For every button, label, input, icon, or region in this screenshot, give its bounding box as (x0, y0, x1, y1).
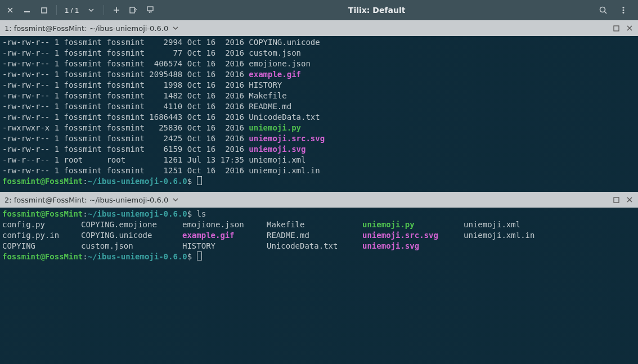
ls-long-row: -rw-rw-r-- 1 fossmint fossmint 1998 Oct … (2, 80, 636, 91)
svg-rect-2 (130, 7, 134, 13)
ls-entry (464, 241, 559, 251)
split-right-icon[interactable] (129, 6, 138, 15)
ls-long-row: -rw-rw-r-- 1 fossmint fossmint 2425 Oct … (2, 133, 636, 144)
minimize-icon[interactable] (23, 6, 32, 15)
ls-entry: config.py.in (2, 230, 81, 241)
titlebar: 1 / 1 Tilix: Default (0, 0, 638, 20)
maximize-pane-icon[interactable] (612, 196, 620, 204)
svg-rect-0 (24, 11, 30, 12)
chevron-down-icon[interactable] (87, 6, 96, 15)
chevron-down-icon[interactable] (172, 24, 179, 32)
titlebar-left: 1 / 1 (0, 5, 155, 15)
ls-entry: config.py (2, 219, 81, 230)
titlebar-right (599, 6, 638, 15)
close-pane-icon[interactable] (626, 196, 633, 204)
ls-columns: config.pyCOPYING.emojioneemojione.jsonMa… (2, 219, 636, 251)
close-icon[interactable] (6, 6, 15, 15)
ls-row: COPYINGcustom.jsonHISTORYUnicodeData.txt… (2, 241, 636, 251)
ls-long-row: -rw-rw-r-- 1 fossmint fossmint 1686443 O… (2, 112, 636, 123)
ls-row: config.pyCOPYING.emojioneemojione.jsonMa… (2, 219, 636, 230)
menu-icon[interactable] (619, 6, 628, 15)
cursor (197, 176, 202, 185)
svg-rect-8 (614, 26, 619, 31)
ls-entry: README.md (267, 230, 362, 241)
ls-long-row: -rw-rw-r-- 1 fossmint fossmint 2994 Oct … (2, 37, 636, 48)
pane-header-2: 2: fossmint@FossMint: ~/ibus-uniemoji-0.… (0, 192, 638, 208)
svg-rect-9 (614, 197, 619, 203)
ls-long-row: -rwxrwxr-x 1 fossmint fossmint 25836 Oct… (2, 123, 636, 133)
pane-header-1: 1: fossmint@FossMint: ~/ibus-uniemoji-0.… (0, 20, 638, 36)
ls-entry: uniemoji.src.svg (362, 230, 464, 241)
ls-entry: COPYING.emojione (81, 219, 182, 230)
prompt-line: fossmint@FossMint:~/ibus-uniemoji-0.6.0$ (2, 176, 636, 187)
ls-entry: HISTORY (182, 241, 267, 251)
close-pane-icon[interactable] (626, 24, 633, 32)
ls-entry: uniemoji.svg (362, 241, 464, 251)
pane-title-1: 1: fossmint@FossMint: ~/ibus-uniemoji-0.… (5, 24, 168, 33)
ls-entry: example.gif (182, 230, 267, 241)
ls-entry: COPYING.unicode (81, 230, 182, 241)
maximize-pane-icon[interactable] (612, 24, 620, 32)
svg-point-4 (600, 7, 605, 12)
ls-long-row: -rw-rw-r-- 1 fossmint fossmint 6159 Oct … (2, 144, 636, 155)
ls-long-row: -rw-rw-r-- 1 fossmint fossmint 2095488 O… (2, 69, 636, 80)
svg-point-6 (623, 10, 624, 11)
terminal-1[interactable]: -rw-rw-r-- 1 fossmint fossmint 2994 Oct … (0, 36, 638, 192)
ls-entry: uniemoji.xml.in (464, 230, 559, 241)
ls-long-row: -rw-rw-r-- 1 fossmint fossmint 77 Oct 16… (2, 48, 636, 59)
svg-rect-3 (147, 7, 153, 11)
ls-long-row: -rw-r--r-- 1 root root 1261 Jul 13 17:35… (2, 155, 636, 165)
split-down-icon[interactable] (146, 6, 155, 15)
ls-entry: custom.json (81, 241, 182, 251)
ls-long-row: -rw-rw-r-- 1 fossmint fossmint 1482 Oct … (2, 91, 636, 101)
ls-entry: UnicodeData.txt (267, 241, 362, 251)
session-counter: 1 / 1 (65, 6, 79, 15)
pane-title-2: 2: fossmint@FossMint: ~/ibus-uniemoji-0.… (5, 196, 168, 204)
ls-entry: COPYING (2, 241, 81, 251)
ls-long-row: -rw-rw-r-- 1 fossmint fossmint 4110 Oct … (2, 101, 636, 112)
cursor (197, 251, 202, 260)
ls-row: config.py.inCOPYING.unicodeexample.gifRE… (2, 230, 636, 241)
titlebar-separator (56, 5, 57, 15)
ls-long-row: -rw-rw-r-- 1 fossmint fossmint 1251 Oct … (2, 165, 636, 176)
maximize-icon[interactable] (39, 6, 48, 15)
ls-entry: uniemoji.py (362, 219, 464, 230)
ls-long-row: -rw-rw-r-- 1 fossmint fossmint 406574 Oc… (2, 59, 636, 69)
svg-point-7 (623, 12, 624, 14)
search-icon[interactable] (599, 6, 608, 15)
terminal-2[interactable]: fossmint@FossMint:~/ibus-uniemoji-0.6.0$… (0, 208, 638, 364)
titlebar-separator (104, 5, 104, 15)
chevron-down-icon[interactable] (172, 196, 179, 204)
prompt-line: fossmint@FossMint:~/ibus-uniemoji-0.6.0$… (2, 209, 636, 219)
add-session-icon[interactable] (112, 6, 121, 15)
prompt-line: fossmint@FossMint:~/ibus-uniemoji-0.6.0$ (2, 251, 636, 262)
svg-point-5 (623, 7, 624, 8)
ls-entry: emojione.json (182, 219, 267, 230)
svg-rect-1 (42, 8, 47, 13)
ls-entry: Makefile (267, 219, 362, 230)
ls-entry: uniemoji.xml (464, 219, 559, 230)
window-title: Tilix: Default (155, 6, 599, 15)
